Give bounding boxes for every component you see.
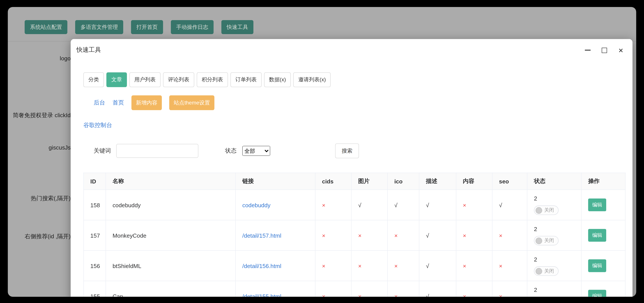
background-form-label: 右侧推荐(id ,隔开)	[8, 232, 71, 241]
google-console-link[interactable]: 谷歌控制台	[84, 122, 112, 128]
search-button[interactable]: 搜索	[335, 143, 359, 158]
check-mark: √	[419, 281, 456, 297]
cross-mark: ×	[351, 250, 387, 281]
cell-link: /detail/155.html	[236, 281, 315, 297]
cross-mark: ×	[315, 220, 351, 250]
check-mark: √	[351, 190, 387, 220]
cell-id: 155	[84, 281, 106, 297]
status-toggle[interactable]: 关闭	[534, 266, 558, 276]
edit-button[interactable]: 编辑	[588, 259, 606, 272]
detail-link[interactable]: /detail/157.html	[242, 232, 281, 238]
cross-mark: ×	[351, 220, 387, 250]
tab[interactable]: 订单列表	[230, 72, 262, 87]
status-toggle[interactable]: 关闭	[534, 236, 558, 245]
cross-mark: ×	[492, 250, 527, 281]
modal-title: 快速工具	[76, 46, 101, 54]
column-header: 状态	[527, 173, 581, 190]
action-button[interactable]: 新增内容	[132, 95, 162, 110]
background-form-label: giscusJs	[8, 143, 71, 152]
cell-name: codebuddy	[106, 190, 236, 220]
detail-link[interactable]: codebuddy	[242, 202, 270, 208]
column-header: ico	[388, 173, 419, 190]
background-form-label: 热门搜索(,隔开)	[8, 194, 71, 203]
app-window: 系统站点配置多语言文件管理打开首页手动操作日志快速工具 logo简奢免授权登录 …	[8, 7, 636, 297]
status-label: 状态	[225, 147, 236, 155]
status-toggle[interactable]: 关闭	[534, 205, 558, 215]
cross-mark: ×	[456, 250, 492, 281]
tab[interactable]: 评论列表	[163, 72, 194, 87]
admin-link[interactable]: 后台	[94, 99, 105, 107]
column-header: 描述	[419, 173, 456, 190]
keyword-input[interactable]	[116, 144, 198, 158]
cross-mark: ×	[315, 281, 351, 297]
status-select[interactable]: 全部	[242, 146, 270, 156]
background-form-label: logo	[8, 54, 71, 63]
toolbar-button[interactable]: 多语言文件管理	[75, 20, 123, 34]
check-mark: √	[419, 190, 456, 220]
check-mark: √	[492, 190, 527, 220]
cross-mark: ×	[456, 190, 492, 220]
edit-button[interactable]: 编辑	[588, 198, 606, 211]
toolbar-button[interactable]: 手动操作日志	[171, 20, 214, 34]
cell-status: 2关闭	[527, 190, 581, 220]
column-header: 链接	[236, 173, 315, 190]
cross-mark: ×	[456, 281, 492, 297]
admin-link[interactable]: 首页	[112, 99, 124, 107]
cross-mark: ×	[456, 220, 492, 250]
tab[interactable]: 文章	[106, 72, 127, 87]
status-number: 2	[534, 286, 574, 293]
toggle-knob	[536, 237, 542, 244]
cross-mark: ×	[315, 250, 351, 281]
toolbar-button[interactable]: 打开首页	[131, 20, 163, 34]
minimize-icon[interactable]	[585, 50, 591, 51]
table-row: 157MonkeyCode/detail/157.html×××√××2关闭编辑	[84, 220, 626, 250]
cell-name: MonkeyCode	[106, 220, 236, 250]
tab[interactable]: 用户列表	[129, 72, 160, 87]
toolbar-button[interactable]: 快速工具	[221, 20, 254, 34]
check-mark: √	[419, 220, 456, 250]
cross-mark: ×	[388, 281, 419, 297]
content-table: ID名称链接cids图片ico描述内容seo状态操作 158codebuddyc…	[84, 173, 626, 297]
toggle-label: 关闭	[544, 237, 554, 244]
cell-id: 158	[84, 190, 106, 220]
table-row: 155Cap/detail/155.html×××√××2关闭编辑	[84, 281, 626, 297]
tab[interactable]: 积分列表	[197, 72, 228, 87]
table-row: 156btShieldML/detail/156.html×××√××2关闭编辑	[84, 250, 626, 281]
cross-mark: ×	[315, 190, 351, 220]
quick-tools-modal: 快速工具 ✕ 分类文章用户列表评论列表积分列表订单列表数据(x)邀请列表(x) …	[70, 39, 632, 297]
background-form-label: 简奢免授权登录 clickId	[8, 111, 71, 120]
status-number: 2	[534, 225, 574, 233]
cell-id: 157	[84, 220, 106, 250]
cell-link: /detail/156.html	[236, 250, 315, 281]
cell-action: 编辑	[581, 220, 625, 250]
column-header: 图片	[351, 173, 387, 190]
detail-link[interactable]: /detail/156.html	[242, 262, 281, 269]
cell-action: 编辑	[581, 281, 625, 297]
column-header: ID	[84, 173, 106, 190]
cell-status: 2关闭	[527, 220, 581, 250]
action-button[interactable]: 站点theme设置	[169, 95, 214, 110]
status-number: 2	[534, 195, 574, 202]
column-header: 名称	[106, 173, 236, 190]
search-row: 关键词 状态 全部 搜索	[94, 143, 359, 159]
cell-link: codebuddy	[236, 190, 315, 220]
toggle-knob	[536, 268, 542, 274]
tab[interactable]: 分类	[84, 72, 104, 87]
toggle-label: 关闭	[544, 267, 554, 274]
check-mark: √	[388, 190, 419, 220]
detail-link[interactable]: /detail/155.html	[242, 293, 281, 297]
edit-button[interactable]: 编辑	[588, 290, 606, 297]
cell-name: btShieldML	[106, 250, 236, 281]
status-number: 2	[534, 255, 574, 263]
cross-mark: ×	[388, 250, 419, 281]
maximize-icon[interactable]	[602, 48, 607, 53]
tab[interactable]: 数据(x)	[264, 72, 291, 87]
cross-mark: ×	[492, 281, 527, 297]
toolbar: 系统站点配置多语言文件管理打开首页手动操作日志快速工具	[25, 20, 254, 34]
cross-mark: ×	[388, 220, 419, 250]
toggle-label: 关闭	[544, 207, 554, 214]
tab[interactable]: 邀请列表(x)	[294, 72, 331, 87]
toolbar-button[interactable]: 系统站点配置	[25, 20, 68, 34]
close-icon[interactable]: ✕	[618, 47, 624, 53]
edit-button[interactable]: 编辑	[588, 229, 606, 241]
